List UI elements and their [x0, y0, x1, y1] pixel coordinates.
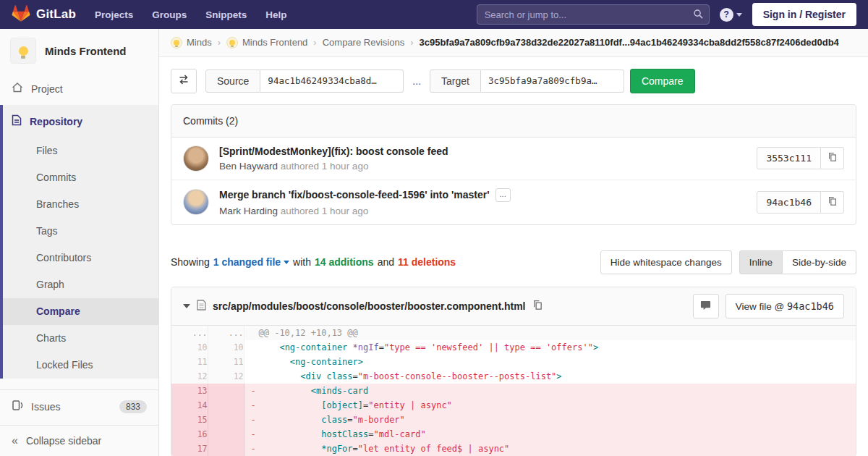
additions-count: 14 additions: [315, 256, 374, 268]
nav-links: ProjectsGroupsSnippetsHelp: [95, 9, 287, 20]
search-icon[interactable]: [693, 9, 704, 22]
diff-view-toggle: Inline Side-by-side: [739, 250, 856, 274]
chevron-down-icon: [284, 261, 289, 264]
diff-old-line-number[interactable]: 14: [171, 398, 208, 413]
file-icon: [197, 300, 206, 313]
diff-new-line-number[interactable]: 12: [208, 369, 244, 384]
diff-table: ......@@ -10,12 +10,13 @@1010 <ng-contai…: [171, 326, 856, 456]
diff-new-line-number[interactable]: [208, 427, 244, 442]
sign-in-button[interactable]: Sign in / Register: [752, 3, 856, 26]
diff-old-line-number[interactable]: ...: [171, 326, 208, 340]
brand-wordmark: GitLab: [36, 7, 76, 22]
sidebar-item-files[interactable]: Files: [3, 138, 158, 164]
nav-link-snippets[interactable]: Snippets: [205, 9, 247, 20]
diff-lines: ......@@ -10,12 +10,13 @@1010 <ng-contai…: [171, 326, 856, 456]
target-input[interactable]: [481, 69, 624, 93]
diff-old-line-number[interactable]: 13: [171, 384, 208, 398]
sidebar-item-branches[interactable]: Branches: [3, 191, 158, 218]
inline-view-button[interactable]: Inline: [739, 250, 783, 274]
diff-old-line-number[interactable]: 16: [171, 427, 208, 442]
collapse-label: Collapse sidebar: [26, 435, 101, 447]
toggle-comments-button[interactable]: [693, 294, 719, 318]
breadcrumb-link-compare-revisions[interactable]: Compare Revisions: [323, 37, 404, 48]
deletions-count: 11 deletions: [398, 256, 456, 268]
source-group: Source: [205, 69, 404, 93]
sidebar-item-label: Issues: [31, 401, 60, 413]
repo-subitems: FilesCommitsBranchesTagsContributorsGrap…: [3, 138, 158, 379]
diff-new-line-number[interactable]: ...: [208, 326, 244, 340]
sidebar-item-tags[interactable]: Tags: [3, 218, 158, 245]
gitlab-tanuki-icon: [12, 4, 30, 25]
diff-old-line-number[interactable]: 17: [171, 442, 208, 456]
sidebar-item-label: Project: [31, 83, 63, 95]
copy-sha-button[interactable]: [821, 191, 844, 214]
search-input[interactable]: [477, 4, 710, 25]
sidebar-item-locked-files[interactable]: Locked Files: [3, 352, 158, 379]
breadcrumb-link-minds-frontend[interactable]: Minds Frontend: [226, 37, 307, 48]
commit-sha-group: 3553c111: [757, 147, 844, 169]
issues-count-badge: 833: [119, 400, 147, 413]
sidebar-item-compare[interactable]: Compare: [3, 298, 158, 325]
diff-line-content: <div class="m-boost-console--booster--po…: [244, 369, 856, 384]
diff-new-line-number[interactable]: 11: [208, 355, 244, 369]
diff-line: 1212 <div class="m-boost-console--booste…: [171, 369, 856, 384]
sidebar-item-project[interactable]: Project: [0, 72, 158, 105]
diff-old-line-number[interactable]: 15: [171, 413, 208, 427]
diff-line-content: - class="m-border": [244, 413, 856, 427]
changed-files-dropdown[interactable]: 1 changed file: [213, 256, 289, 268]
nav-link-help[interactable]: Help: [265, 9, 286, 20]
source-label: Source: [205, 69, 260, 93]
diff-new-line-number[interactable]: 10: [208, 340, 244, 355]
diff-line: 14- [object]="entity | async": [171, 398, 856, 413]
sidebar-item-contributors[interactable]: Contributors: [3, 245, 158, 271]
commits-panel: Commits (2) [Sprint/ModestMonkey](fix): …: [171, 104, 856, 225]
diff-new-line-number[interactable]: [208, 413, 244, 427]
side-by-side-view-button[interactable]: Side-by-side: [783, 250, 856, 274]
comment-icon: [700, 300, 711, 313]
commit-author[interactable]: Mark Harding: [219, 206, 278, 216]
gitlab-brand[interactable]: GitLab: [12, 4, 76, 25]
commit-author[interactable]: Ben Hayward: [219, 161, 278, 172]
diff-new-line-number[interactable]: [208, 398, 244, 413]
hide-whitespace-button[interactable]: Hide whitespace changes: [600, 250, 732, 274]
diff-line: 17- *ngFor="let entity of feed$ | async": [171, 442, 856, 456]
diff-old-line-number[interactable]: 10: [171, 340, 208, 355]
sidebar: Minds Frontend Project Repository: [0, 29, 159, 456]
diff-line-content: - *ngFor="let entity of feed$ | async": [244, 442, 856, 456]
diff-old-line-number[interactable]: 12: [171, 369, 208, 384]
diff-line-sign: -: [244, 386, 259, 396]
avatar: [183, 189, 209, 215]
diff-new-line-number[interactable]: [208, 384, 244, 398]
diff-summary-bar: Showing 1 changed file with 14 additions…: [171, 250, 856, 274]
double-chevron-left-icon: «: [12, 436, 18, 446]
nav-link-groups[interactable]: Groups: [152, 9, 187, 20]
diff-file-path[interactable]: src/app/modules/boost/console/booster/bo…: [213, 300, 526, 312]
help-menu[interactable]: ?: [720, 8, 742, 22]
collapse-diff-caret[interactable]: [183, 304, 190, 308]
sidebar-item-issues[interactable]: Issues 833: [0, 389, 158, 423]
collapse-sidebar-button[interactable]: « Collapse sidebar: [0, 425, 158, 456]
compare-button[interactable]: Compare: [630, 69, 695, 93]
copy-sha-button[interactable]: [821, 147, 844, 169]
diff-new-line-number[interactable]: [208, 442, 244, 456]
copy-icon: [532, 300, 543, 313]
swap-revisions-button[interactable]: [171, 69, 197, 93]
commits-panel-title: Commits (2): [171, 105, 856, 138]
copy-path-button[interactable]: [532, 300, 543, 313]
diff-old-line-number[interactable]: 11: [171, 355, 208, 369]
commit-title[interactable]: [Sprint/ModestMonkey](fix): boost consol…: [219, 145, 448, 157]
swap-arrows-icon: [178, 74, 190, 88]
project-context[interactable]: Minds Frontend: [0, 29, 158, 72]
range-separator: ...: [412, 75, 421, 87]
source-input[interactable]: [260, 69, 404, 93]
sidebar-item-repository[interactable]: Repository: [3, 105, 158, 138]
sidebar-item-commits[interactable]: Commits: [3, 164, 158, 191]
commit-title[interactable]: Merge branch 'fix/boost-console-feed-159…: [219, 189, 490, 200]
breadcrumb-link-minds[interactable]: Minds: [171, 37, 212, 48]
expand-commit-message-button[interactable]: ...: [495, 188, 511, 202]
nav-link-projects[interactable]: Projects: [95, 9, 133, 20]
sidebar-item-charts[interactable]: Charts: [3, 325, 158, 352]
view-file-button[interactable]: View file @ 94ac1b46: [726, 294, 844, 318]
sidebar-item-graph[interactable]: Graph: [3, 271, 158, 298]
diff-line-sign: -: [244, 415, 259, 425]
